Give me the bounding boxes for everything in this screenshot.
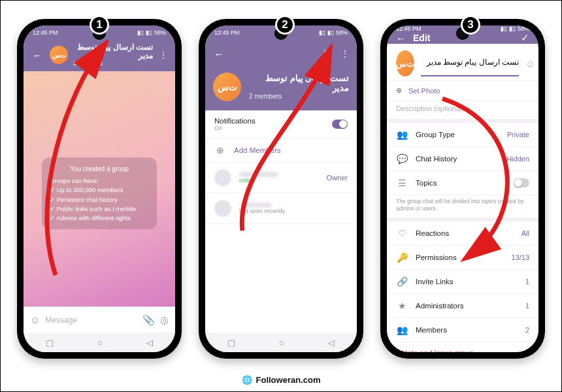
row-reactions[interactable]: ♡ Reactions All [387, 221, 538, 246]
step-badge-1: 1 [90, 15, 109, 35]
phone-mock-2: 12:45 PM ▮▯ ▮▯58% ← ✎ ⋮ ت‌س تست ارسال پی… [199, 19, 363, 359]
back-icon[interactable]: ← [212, 48, 226, 59]
notifications-value: On [214, 125, 324, 131]
member-row[interactable]: online Owner [205, 163, 357, 193]
members-value: 2 [525, 326, 529, 334]
edit-header: ← Edit ✓ [387, 32, 538, 44]
permissions-label: Permissions [416, 253, 503, 261]
row-members[interactable]: 👥 Members 2 [387, 318, 538, 342]
add-members-label: Add Members [234, 146, 348, 154]
more-icon[interactable]: ⋮ [158, 50, 169, 60]
nav-recent-icon[interactable]: ▢ [46, 338, 54, 348]
emoji-icon[interactable]: ☺ [30, 314, 40, 325]
topics-label: Topics [416, 179, 506, 187]
owner-badge: Owner [327, 174, 348, 182]
members-label: Members [416, 326, 518, 334]
back-icon[interactable]: ← [393, 33, 408, 44]
topics-icon: ☰ [396, 178, 408, 188]
row-administrators[interactable]: ★ Administrators 1 [387, 294, 538, 318]
row-notifications[interactable]: Notifications On [205, 110, 357, 139]
emoji-picker-icon[interactable]: ☺ [525, 58, 535, 69]
reactions-label: Reactions [416, 229, 514, 237]
chat-title: تست ارسال پیام توسط مدیر [73, 43, 153, 60]
group-type-value: Private [507, 131, 529, 139]
bubble-item: Admins with different rights [50, 214, 149, 223]
invite-links-value: 1 [525, 278, 529, 286]
member-status: online [239, 177, 319, 184]
android-navbar: ▢ ○ ◁ [205, 333, 357, 352]
phone-mock-3: 12:45 PM ▮▯ ▮▯58% ← Edit ✓ ت‌س ☺ ⊕ Set P… [380, 19, 545, 359]
delete-group-button[interactable]: Delete and leave group [387, 342, 538, 352]
nav-back-icon[interactable]: ◁ [146, 338, 153, 348]
member-row[interactable]: last seen recently [205, 193, 357, 224]
clock: 12:45 PM [214, 29, 240, 36]
row-chat-history[interactable]: 💬 Chat History Hidden [387, 147, 538, 171]
group-name-input[interactable] [421, 50, 519, 76]
step-badge-3: 3 [461, 15, 480, 35]
android-navbar: ▢ ○ ◁ [24, 333, 175, 352]
attach-icon[interactable]: 📎 [142, 314, 155, 326]
nav-recent-icon[interactable]: ▢ [227, 338, 235, 348]
bubble-title: You created a group [50, 164, 149, 174]
back-icon[interactable]: ← [30, 50, 44, 61]
profile-banner: ت‌س تست ارسال پیام توسط مدیر 2 members [205, 67, 357, 110]
set-photo-button[interactable]: ⊕ Set Photo [387, 81, 538, 101]
nav-back-icon[interactable]: ◁ [328, 338, 335, 348]
member-avatar [214, 200, 231, 217]
group-avatar[interactable]: ت‌س [396, 50, 414, 76]
group-avatar[interactable]: ت‌س [50, 46, 68, 64]
administrators-icon: ★ [396, 301, 408, 311]
add-members-icon: ⊕ [214, 145, 226, 155]
chat-subtitle: 2 members [73, 60, 153, 67]
status-icons: ▮▯ ▮▯58% [137, 29, 166, 36]
row-invite-links[interactable]: 🔗 Invite Links 1 [387, 270, 538, 294]
profile-header: ← ✎ ⋮ [205, 40, 357, 67]
bubble-lead: Groups can have: [50, 176, 149, 186]
chat-area[interactable]: You created a group Groups can have: Up … [24, 71, 175, 306]
chat-history-icon: 💬 [396, 154, 408, 164]
notifications-toggle[interactable] [332, 120, 348, 129]
status-icons: ▮▯ ▮▯58% [319, 29, 348, 36]
set-photo-label: Set Photo [408, 87, 440, 95]
chat-history-value: Hidden [506, 155, 529, 163]
more-icon[interactable]: ⋮ [340, 48, 350, 59]
row-add-members[interactable]: ⊕ Add Members [205, 139, 357, 163]
edit-name-area: ت‌س ☺ [387, 44, 538, 81]
reactions-value: All [521, 229, 529, 237]
row-topics[interactable]: ☰ Topics [387, 171, 538, 195]
administrators-label: Administrators [416, 302, 518, 310]
watermark-text: Followeran.com [256, 375, 321, 385]
reactions-icon: ♡ [396, 228, 408, 238]
edit-icon[interactable]: ✎ [320, 48, 335, 59]
description-input[interactable]: Description (optional) [387, 101, 538, 123]
chat-header[interactable]: ← ت‌س تست ارسال پیام توسط مدیر 2 members… [24, 40, 175, 71]
profile-subtitle: 2 members [249, 93, 349, 100]
step-badge-2: 2 [275, 15, 295, 35]
edit-title: Edit [413, 33, 430, 43]
member-status: last seen recently [239, 208, 348, 214]
member-name-redacted [239, 172, 278, 177]
invite-links-icon: 🔗 [396, 276, 408, 287]
row-group-type[interactable]: 👥 Group Type Private [387, 123, 538, 147]
permissions-value: 13/13 [511, 253, 529, 261]
message-input-bar: ☺ Message 📎 ◎ [24, 306, 175, 333]
message-input[interactable]: Message [45, 316, 137, 325]
members-icon: 👥 [396, 325, 408, 335]
bubble-item: Up to 200,000 members [50, 186, 149, 195]
mic-icon[interactable]: ◎ [160, 314, 169, 326]
nav-home-icon[interactable]: ○ [279, 338, 284, 348]
clock: 12:45 PM [396, 25, 422, 32]
watermark: 🌐 Followeran.com [1, 375, 561, 385]
topics-toggle[interactable] [514, 178, 529, 188]
member-avatar [214, 169, 231, 186]
confirm-icon[interactable]: ✓ [518, 32, 532, 44]
row-permissions[interactable]: 🔑 Permissions 13/13 [387, 246, 538, 270]
topics-note: The group chat will be divided into topi… [387, 195, 538, 221]
permissions-icon: 🔑 [396, 252, 408, 263]
bubble-item: Public links such as t.me/title [50, 204, 149, 214]
bubble-item: Persistent chat history [50, 195, 149, 204]
nav-home-icon[interactable]: ○ [97, 338, 103, 348]
group-avatar[interactable]: ت‌س [213, 73, 241, 101]
globe-icon: 🌐 [242, 375, 252, 385]
group-type-label: Group Type [416, 131, 499, 139]
